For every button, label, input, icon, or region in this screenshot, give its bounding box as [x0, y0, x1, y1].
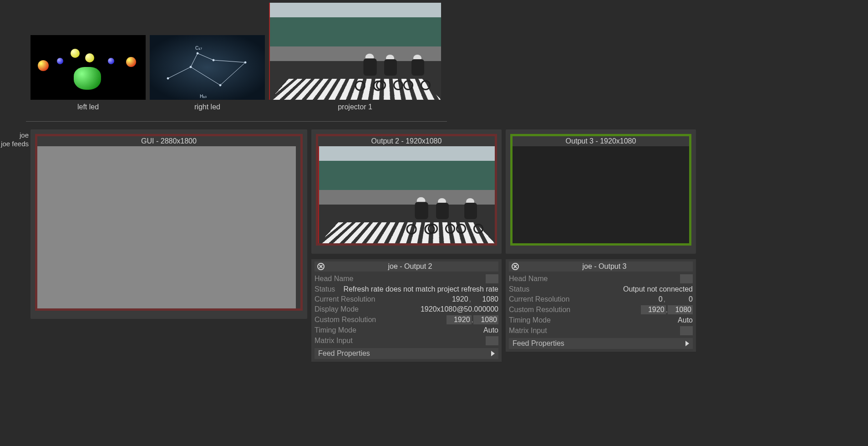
svg-line-4 — [220, 62, 245, 85]
current-resolution-width: 0 — [659, 295, 665, 303]
timing-mode-row: Timing Mode Auto — [509, 315, 693, 325]
custom-resolution-height-input[interactable]: 1080 — [473, 315, 498, 324]
matrix-input-row: Matrix Input — [509, 325, 693, 336]
thumbnail-projector-1[interactable]: projector 1 — [269, 3, 441, 111]
machine-name: joe — [0, 131, 29, 140]
display-mode-label: Display Mode — [315, 305, 359, 313]
output-preview[interactable] — [37, 146, 296, 308]
svg-point-10 — [219, 84, 221, 86]
current-resolution-height: 0 — [665, 295, 693, 303]
output-border: GUI - 2880x1800 — [35, 134, 303, 311]
svg-point-9 — [213, 59, 214, 61]
svg-line-2 — [198, 53, 213, 60]
current-resolution-row: Current Resolution 1920 1080 — [315, 294, 498, 304]
current-resolution-label: Current Resolution — [509, 295, 569, 303]
custom-resolution-width-input[interactable]: 1920 — [641, 305, 666, 314]
thumbnail-image — [269, 3, 441, 100]
chevron-right-icon — [685, 341, 689, 346]
current-resolution-height: 1080 — [471, 295, 498, 303]
timing-mode-value[interactable]: Auto — [678, 316, 693, 324]
output-2-properties: joe - Output 2 Head Name Status Refresh … — [311, 259, 502, 362]
output-3: Output 3 - 1920x1080 joe - Output 3 Head… — [506, 129, 696, 362]
svg-line-3 — [191, 67, 220, 85]
display-mode-row: Display Mode 1920x1080@50.000000 — [315, 304, 498, 314]
output-frame[interactable]: GUI - 2880x1800 — [30, 129, 307, 319]
timing-mode-label: Timing Mode — [315, 326, 356, 334]
thumbnail-left-led[interactable]: left led — [30, 35, 146, 111]
feed-thumbnails-section: left led C₁₇ H₁₉ right led — [0, 0, 868, 122]
status-label: Status — [315, 285, 335, 293]
output-3-properties: joe - Output 3 Head Name Status Output n… — [506, 259, 696, 352]
head-name-row: Head Name — [509, 273, 693, 284]
close-icon[interactable] — [317, 263, 325, 270]
svg-line-0 — [168, 67, 191, 78]
output-frame[interactable]: Output 2 - 1920x1080 — [311, 129, 502, 254]
thumbnail-image: C₁₇ H₁₉ — [150, 35, 265, 100]
head-name-label: Head Name — [509, 275, 548, 283]
status-value: Refresh rate does not match project refr… — [343, 285, 498, 293]
status-row: Status Refresh rate does not match proje… — [315, 284, 498, 294]
matrix-input-row: Matrix Input — [315, 335, 498, 346]
custom-resolution-row: Custom Resolution 1920, 1080 — [509, 304, 693, 315]
custom-resolution-width-input[interactable]: 1920 — [447, 315, 472, 324]
status-row: Status Output not connected — [509, 284, 693, 294]
head-name-row: Head Name — [315, 273, 498, 284]
timing-mode-value[interactable]: Auto — [483, 326, 498, 334]
properties-header[interactable]: joe - Output 2 — [315, 261, 498, 272]
matrix-input-field[interactable] — [680, 326, 693, 335]
output-frame[interactable]: Output 3 - 1920x1080 — [506, 129, 696, 254]
timing-mode-row: Timing Mode Auto — [315, 325, 498, 335]
output-gui: GUI - 2880x1800 — [30, 129, 307, 362]
svg-point-11 — [244, 62, 246, 63]
properties-title: joe - Output 3 — [519, 262, 690, 271]
display-mode-value[interactable]: 1920x1080@50.000000 — [421, 305, 498, 313]
head-name-input[interactable] — [486, 274, 498, 283]
close-icon[interactable] — [512, 263, 519, 270]
feed-properties-label: Feed Properties — [318, 349, 370, 358]
output-2: Output 2 - 1920x1080 joe - Output 2 Head… — [311, 129, 502, 362]
feed-properties-expander[interactable]: Feed Properties — [315, 348, 498, 359]
properties-title: joe - Output 2 — [325, 262, 496, 271]
machine-labels: joe joe feeds — [0, 129, 30, 149]
output-title: Output 2 - 1920x1080 — [318, 136, 495, 146]
custom-resolution-label: Custom Resolution — [509, 306, 570, 314]
current-resolution-row: Current Resolution 0 0 — [509, 294, 693, 304]
thumbnail-right-led[interactable]: C₁₇ H₁₉ right led — [150, 35, 265, 111]
output-preview[interactable] — [513, 146, 689, 243]
svg-point-6 — [167, 77, 169, 79]
svg-point-8 — [197, 52, 198, 54]
svg-text:C₁₇: C₁₇ — [195, 46, 202, 51]
output-border: Output 2 - 1920x1080 — [316, 134, 497, 246]
custom-resolution-label: Custom Resolution — [315, 316, 376, 324]
thumbnail-label: right led — [194, 103, 220, 111]
custom-resolution-height-input[interactable]: 1080 — [668, 305, 693, 314]
svg-line-5 — [213, 60, 245, 62]
head-name-label: Head Name — [315, 275, 353, 283]
svg-line-1 — [191, 53, 198, 67]
status-label: Status — [509, 285, 529, 293]
properties-header[interactable]: joe - Output 3 — [509, 261, 693, 272]
thumbnails-row: left led C₁₇ H₁₉ right led — [30, 3, 868, 111]
chevron-right-icon — [491, 351, 495, 356]
matrix-input-label: Matrix Input — [509, 327, 547, 335]
thumbnail-label: left led — [77, 103, 99, 111]
section-divider — [26, 121, 447, 122]
matrix-input-label: Matrix Input — [315, 337, 353, 345]
outputs-section: joe joe feeds GUI - 2880x1800 Output 2 -… — [0, 129, 868, 362]
output-border: Output 3 - 1920x1080 — [510, 134, 691, 246]
svg-point-7 — [190, 66, 192, 68]
svg-text:H₁₉: H₁₉ — [200, 94, 207, 99]
timing-mode-label: Timing Mode — [509, 316, 551, 324]
current-resolution-label: Current Resolution — [315, 295, 375, 303]
output-title: Output 3 - 1920x1080 — [513, 136, 689, 146]
feed-properties-label: Feed Properties — [513, 339, 564, 348]
output-preview[interactable] — [318, 146, 495, 243]
thumbnail-label: projector 1 — [338, 103, 372, 111]
thumbnail-image — [30, 35, 146, 100]
feed-properties-expander[interactable]: Feed Properties — [509, 338, 693, 349]
matrix-input-field[interactable] — [486, 336, 498, 345]
custom-resolution-row: Custom Resolution 1920, 1080 — [315, 314, 498, 325]
output-title: GUI - 2880x1800 — [37, 136, 300, 146]
head-name-input[interactable] — [680, 274, 693, 283]
current-resolution-width: 1920 — [452, 295, 471, 303]
